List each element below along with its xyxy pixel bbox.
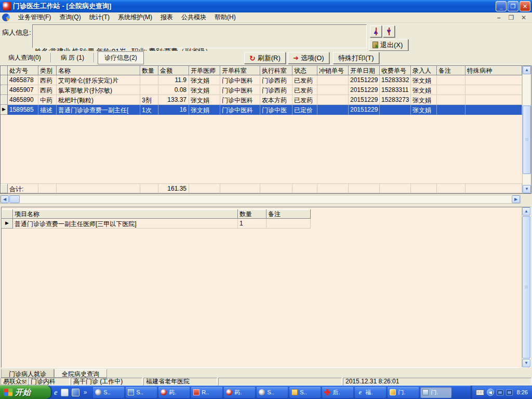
previous-patient-button[interactable]: ▲ — [370, 25, 382, 37]
cell: 张文娟 — [411, 75, 437, 85]
hide-tray-icons-button[interactable]: ◀ — [487, 389, 494, 396]
cell — [140, 75, 158, 85]
app-gray-icon — [95, 389, 101, 395]
table-row[interactable]: 4865890中药枇杷叶(颗粒)3剂133.37张文娟门诊中医科农本方药已发药2… — [1, 95, 522, 105]
detail-column-header-1[interactable]: 项目名称 — [13, 209, 238, 219]
taskbar-button-2[interactable]: S.. — [126, 387, 157, 398]
column-header-12[interactable]: 收费单号 — [380, 66, 411, 75]
menu-item-6[interactable]: 公共模块 — [177, 12, 210, 23]
close-button[interactable]: ✕ — [520, 1, 530, 11]
column-header-4[interactable]: 数量 — [140, 66, 158, 75]
column-header-8[interactable]: 执行科室 — [260, 66, 292, 75]
column-header-5[interactable]: 金额 — [158, 66, 189, 75]
quicklaunch-overflow-chevron[interactable]: » — [84, 389, 87, 396]
scroll-up-button[interactable]: ▲ — [523, 66, 531, 74]
column-header-3[interactable]: 名称 — [57, 66, 140, 75]
menu-bar: 业务管理(F)查询(Q)统计(T)系统维护(M)报表公共模块帮助(H) – ❐ … — [0, 12, 532, 23]
column-header-2[interactable]: 类别 — [38, 66, 57, 75]
row-selector[interactable] — [1, 85, 8, 95]
row-selector[interactable] — [1, 75, 8, 85]
taskbar-button-4[interactable]: R.. — [191, 387, 222, 398]
options-button[interactable]: ➜ 选项(O) — [288, 52, 329, 64]
workspace-tab-1[interactable]: 门诊病人就诊 — [1, 369, 54, 378]
tab-3[interactable]: 诊疗信息(2) — [98, 51, 144, 64]
scroll-left-button[interactable]: ◀ — [1, 195, 9, 203]
show-desktop-icon[interactable] — [72, 389, 79, 396]
taskbar-button-8[interactable]: 后. — [322, 387, 353, 398]
mdi-restore-button[interactable]: ❐ — [507, 14, 515, 21]
cell: 氯苯那敏片(扑尔敏) — [57, 85, 140, 95]
column-header-11[interactable]: 开单日期 — [349, 66, 380, 75]
taskbar-button-7[interactable]: S.. — [289, 387, 321, 398]
column-header-6[interactable]: 开单医师 — [189, 66, 220, 75]
mdi-close-button[interactable]: ✕ — [520, 14, 528, 21]
total-cell — [189, 184, 220, 193]
detail-vertical-scrollbar[interactable]: ▲ ▼ — [522, 207, 530, 367]
column-header-10[interactable]: 冲销单号 — [317, 66, 349, 75]
detail-scroll-down-button[interactable]: ▼ — [522, 359, 530, 367]
taskbar-button-11[interactable]: 门. — [420, 387, 451, 398]
table-row[interactable]: ▶1589585描述普通门诊诊查费一副主任[1次16张文娟门诊中医科门诊中医已定… — [1, 105, 522, 115]
cell: 普通门诊诊查费一副主任[ — [57, 105, 140, 115]
tab-2[interactable]: 病 历 (1) — [55, 52, 90, 64]
cell: 门诊西药 — [260, 75, 292, 85]
menu-item-5[interactable]: 报表 — [156, 12, 177, 23]
grid-vertical-scrollbar[interactable]: ▲ ▼ — [522, 66, 531, 193]
total-cell — [317, 184, 349, 193]
column-header-14[interactable]: 备注 — [437, 66, 466, 75]
prescription-grid: 处方号类别名称数量金额开单医师开单科室执行科室状态冲销单号开单日期收费单号录入人… — [0, 65, 531, 194]
workspace-tab-2[interactable]: 全院病史查询 — [54, 369, 107, 378]
next-patient-button[interactable]: ▼ — [383, 25, 395, 37]
minimize-button[interactable]: _ — [496, 1, 507, 11]
hscroll-thumb[interactable] — [9, 195, 20, 203]
table-row[interactable]: 4865907西药氯苯那敏片(扑尔敏)0.08张文娟门诊中医科门诊西药已发药20… — [1, 85, 522, 95]
exit-button[interactable]: 退出(X) — [369, 39, 408, 51]
grid-horizontal-scrollbar[interactable]: ◀ ▶ — [0, 195, 521, 204]
column-header-15[interactable]: 特殊病种 — [466, 66, 522, 75]
menu-item-1[interactable]: 业务管理(F) — [14, 12, 55, 23]
column-header-13[interactable]: 录入人 — [411, 66, 437, 75]
scroll-right-button[interactable]: ▶ — [512, 195, 520, 203]
detail-scroll-thumb[interactable] — [522, 216, 530, 358]
header-row-selector — [1, 66, 8, 75]
mdi-minimize-button[interactable]: – — [495, 14, 503, 21]
scroll-thumb[interactable] — [523, 105, 531, 174]
title-bar: 门诊医生工作站 - [全院病史查询] _ ❐ ✕ — [0, 0, 532, 12]
restore-button[interactable]: ❐ — [508, 1, 518, 11]
detail-row[interactable]: ▶普通门诊诊查费一副主任医师[三甲以下医院]1 — [2, 219, 522, 229]
start-button[interactable]: 开始 — [0, 385, 51, 399]
taskbar-button-5[interactable]: 药. — [224, 387, 255, 398]
menu-item-7[interactable]: 帮助(H) — [210, 12, 240, 23]
network-icon[interactable] — [497, 390, 503, 395]
cell: 11.9 — [158, 75, 189, 85]
table-row[interactable]: 4865878西药艾司唑仑(舒乐安定)片11.9张文娟门诊中医科门诊西药已发药2… — [1, 75, 522, 85]
total-cell — [140, 184, 158, 193]
detail-column-header-2[interactable]: 数量 — [238, 209, 267, 219]
special-print-button-label: 特殊打印(T) — [338, 54, 374, 63]
taskbar-button-1[interactable]: S.. — [93, 387, 124, 398]
row-selector[interactable] — [1, 95, 8, 105]
menu-item-3[interactable]: 统计(T) — [85, 12, 114, 23]
keyboard-layout-icon[interactable] — [476, 390, 484, 395]
menu-item-4[interactable]: 系统维护(M) — [114, 12, 156, 23]
cell — [380, 105, 411, 115]
column-header-9[interactable]: 状态 — [292, 66, 317, 75]
taskbar-button-10[interactable]: 门. — [388, 387, 419, 398]
detail-scroll-up-button[interactable]: ▲ — [522, 207, 530, 216]
network-icon-2[interactable] — [506, 390, 513, 395]
detail-column-header-3[interactable]: 备注 — [267, 209, 311, 219]
refresh-button[interactable]: ↻ 刷新(R) — [244, 52, 286, 64]
tab-1[interactable]: 病人查询(0) — [2, 52, 47, 64]
taskbar-button-3[interactable]: 药. — [158, 387, 190, 398]
current-row-marker[interactable]: ▶ — [1, 105, 8, 115]
menu-item-2[interactable]: 查询(Q) — [55, 12, 85, 23]
taskbar-button-6[interactable]: S.. — [257, 387, 288, 398]
scroll-down-button[interactable]: ▼ — [523, 185, 531, 193]
taskbar-button-9[interactable]: e福. — [355, 387, 386, 398]
mail-quicklaunch-icon[interactable] — [61, 389, 69, 396]
column-header-1[interactable]: 处方号 — [8, 66, 38, 75]
column-header-7[interactable]: 开单科室 — [220, 66, 260, 75]
special-print-button[interactable]: 特殊打印(T) — [333, 52, 379, 64]
ie-quicklaunch-icon[interactable]: e — [54, 389, 58, 396]
cell: 已发药 — [292, 75, 317, 85]
